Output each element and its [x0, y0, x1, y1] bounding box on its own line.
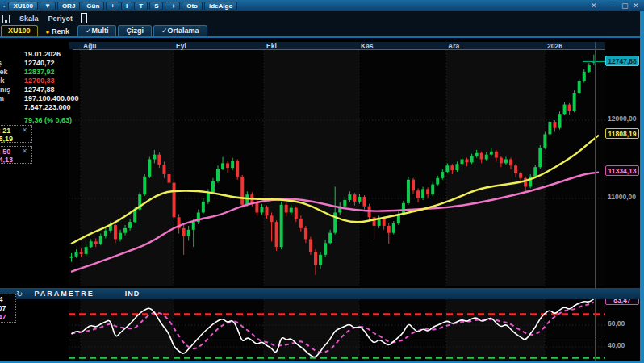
info-row: Düşük12700,33 [0, 77, 73, 86]
window-border-right [640, 11, 644, 363]
tab-bar: XU100 ● Renk ✓Multi Çizgi ✓Ortalama [0, 26, 644, 38]
plus-button[interactable]: + [106, 2, 119, 10]
last-price-badge: 12747,88 [605, 56, 639, 66]
menu-periyot[interactable]: Periyot [48, 15, 73, 23]
refresh-icon[interactable]: ↻ [16, 290, 23, 298]
month-label: Eyl [176, 42, 186, 50]
save-icon[interactable] [2, 15, 10, 23]
renk-toggle[interactable]: ● Renk [46, 27, 69, 35]
ma21-legend-box: ORTA: 21 ✕ 11808,19 [0, 125, 32, 143]
rsi-legend-box: RSI: 14 84,07 83,47 [0, 294, 16, 323]
info-row: Yüksek12837,92 [0, 68, 73, 77]
x-axis-months: Ağu Eyl Eki Kas Ara 2026 [69, 42, 605, 50]
ma50-price-badge: 11334,13 [605, 165, 639, 176]
info-row: Lot7.847.223.000 [0, 103, 73, 112]
indicator-button[interactable]: I [121, 2, 132, 10]
info-row: Kapanış12747,88 [0, 86, 73, 94]
cursor-line [595, 42, 596, 361]
month-label: Eki [266, 42, 277, 50]
info-row: Açılış12740,72 [0, 59, 73, 68]
app-icon: ▪ [3, 2, 5, 10]
tab-multi[interactable]: ✓Multi [77, 25, 117, 36]
orj-button[interactable]: ORJ [57, 2, 80, 10]
price-chart-canvas [0, 0, 644, 363]
close-icon[interactable]: ✕ [633, 2, 639, 10]
arrow-down-icon[interactable]: ▼ [40, 2, 56, 10]
ohlc-info-panel: Tarih19.01.2026 Açılış12740,72 Yüksek128… [0, 49, 73, 125]
symbol-button[interactable]: XU100 [8, 2, 37, 10]
tab-cizgi[interactable]: Çizgi [118, 25, 152, 36]
axis-tick: 40,00 [608, 341, 625, 349]
info-row: Tarih19.01.2026 [0, 50, 73, 59]
tab-xu100[interactable]: XU100 [1, 25, 38, 36]
info-row: Hacim197.100.400.000 [0, 94, 73, 103]
ma50-legend-box: ORTA: 50 ✕ 11334,13 [0, 146, 32, 164]
parametre-button[interactable]: PARAMETRE [34, 290, 94, 298]
oto-button[interactable]: Oto [182, 2, 203, 10]
month-label: Ağu [83, 42, 97, 50]
s-button[interactable]: S [149, 2, 163, 10]
color-dot-icon: ● [46, 28, 50, 35]
close-icon[interactable]: ✕ [22, 127, 27, 134]
info-row: Fark79,36 (% 0,63) [0, 116, 73, 125]
text-cursor-input[interactable] [81, 13, 87, 23]
trend-button[interactable]: T [134, 2, 148, 10]
close-icon[interactable]: ✕ [22, 148, 27, 155]
arrow-right-icon[interactable]: ➜ [165, 2, 180, 10]
month-label: Ara [448, 42, 459, 50]
month-label: Kas [361, 42, 374, 50]
ma21-price-badge: 11808,19 [605, 128, 639, 139]
price-axis[interactable]: 12747,88 12000,00 11808,19 11334,13 1100… [605, 38, 640, 361]
minimize-icon[interactable]: ─ [610, 2, 615, 10]
ind-button[interactable]: IND [125, 290, 140, 298]
axis-tick: 12000,00 [608, 115, 636, 123]
tab-ortalama[interactable]: ✓Ortalama [153, 25, 207, 36]
indicator-header-bar: ↻ PARAMETRE IND [0, 288, 640, 299]
title-bar: ▪ XU100 ▼ ORJ Gün + I T S ➜ Oto ideAlgo … [0, 0, 644, 11]
menu-skala[interactable]: Skala [19, 15, 39, 23]
maximize-icon[interactable]: ▢ [621, 2, 629, 10]
axis-tick: 11000,00 [608, 193, 636, 201]
axis-tick: 60,00 [608, 319, 625, 328]
trading-app-window: ▪ XU100 ▼ ORJ Gün + I T S ➜ Oto ideAlgo … [0, 0, 644, 363]
period-gun-button[interactable]: Gün [82, 2, 104, 10]
menu-bar: Skala Periyot [0, 11, 644, 26]
chart-close-icon[interactable]: ✕ [591, 2, 597, 10]
month-label: 2026 [547, 42, 562, 50]
idealgo-button[interactable]: ideAlgo [204, 2, 237, 10]
